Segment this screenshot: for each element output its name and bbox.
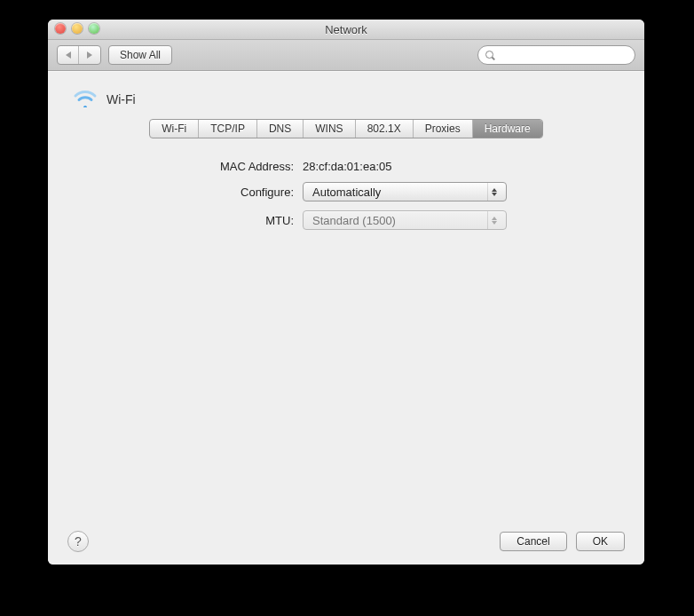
window-controls [55, 23, 99, 34]
nav-segment [57, 45, 101, 65]
search-icon [485, 51, 486, 60]
tab-dns[interactable]: DNS [257, 120, 304, 138]
mtu-label: MTU: [67, 214, 294, 227]
mac-address-value: 28:cf:da:01:ea:05 [303, 160, 507, 173]
connection-name: Wi-Fi [106, 92, 136, 107]
window-title: Network [325, 23, 367, 36]
titlebar: Network [48, 20, 644, 40]
nav-back-button[interactable] [58, 46, 79, 64]
updown-arrows-icon [487, 183, 501, 201]
hardware-tab-content: MAC Address: 28:cf:da:01:ea:05 Configure… [67, 138, 625, 524]
tab-wifi[interactable]: Wi-Fi [150, 120, 199, 138]
connection-header: Wi-Fi [67, 88, 625, 110]
wifi-icon [73, 88, 98, 110]
mtu-value: Standard (1500) [312, 214, 482, 227]
close-window-button[interactable] [55, 23, 66, 34]
zoom-window-button[interactable] [89, 23, 99, 34]
chevron-right-icon [87, 51, 92, 59]
search-input[interactable] [491, 48, 627, 62]
toolbar: Show All [48, 40, 644, 71]
configure-value: Automatically [312, 186, 482, 199]
ok-button[interactable]: OK [576, 532, 625, 551]
show-all-button[interactable]: Show All [108, 45, 172, 65]
tab-tcpip[interactable]: TCP/IP [199, 120, 257, 138]
help-button[interactable]: ? [67, 531, 89, 552]
hardware-tabs: Wi-Fi TCP/IP DNS WINS 802.1X Proxies Har… [149, 119, 542, 138]
network-preferences-window: Network Show All Wi-Fi [48, 20, 644, 565]
sheet-panel: Wi-Fi Wi-Fi TCP/IP DNS WINS 802.1X Proxi… [48, 71, 644, 565]
tab-proxies[interactable]: Proxies [414, 120, 473, 138]
sheet-footer: ? Cancel OK [67, 524, 625, 552]
show-all-label: Show All [120, 49, 161, 61]
nav-forward-button[interactable] [79, 46, 100, 64]
cancel-button[interactable]: Cancel [500, 532, 566, 551]
tab-hardware[interactable]: Hardware [473, 120, 542, 138]
search-field[interactable] [477, 45, 635, 65]
chevron-left-icon [66, 51, 71, 59]
minimize-window-button[interactable] [72, 23, 83, 34]
configure-popup[interactable]: Automatically [303, 182, 507, 201]
help-icon: ? [75, 534, 82, 549]
updown-arrows-icon [487, 211, 501, 229]
tab-8021x[interactable]: 802.1X [356, 120, 414, 138]
configure-label: Configure: [67, 186, 294, 199]
mtu-popup: Standard (1500) [303, 210, 507, 230]
mac-address-label: MAC Address: [67, 160, 294, 173]
tab-wins[interactable]: WINS [304, 120, 355, 138]
